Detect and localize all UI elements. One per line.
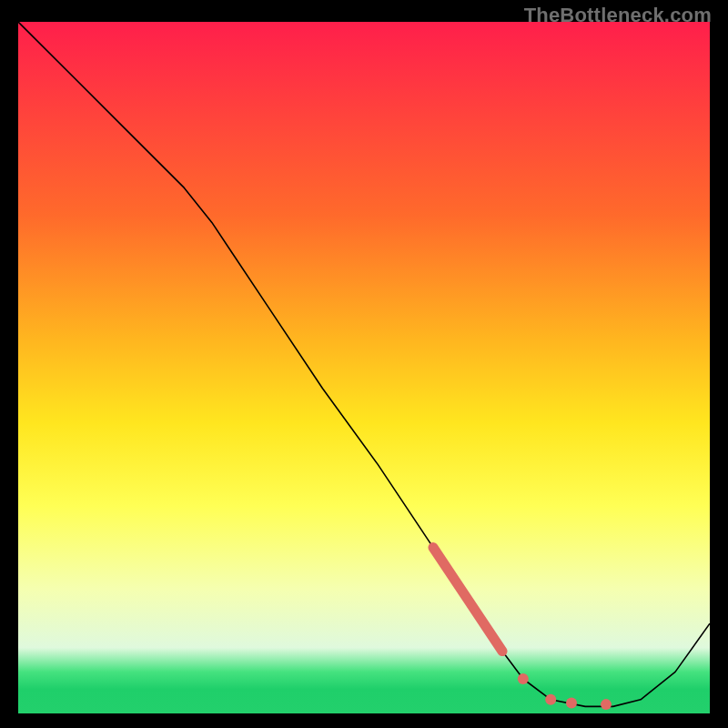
chart-svg (18, 22, 710, 713)
plot-area (18, 22, 710, 713)
series-dots-point (601, 699, 612, 710)
series-dots-point (566, 698, 577, 709)
series-dots-point (545, 694, 556, 705)
series-dots-point (518, 673, 529, 684)
chart-frame: TheBottleneck.com (0, 0, 728, 728)
